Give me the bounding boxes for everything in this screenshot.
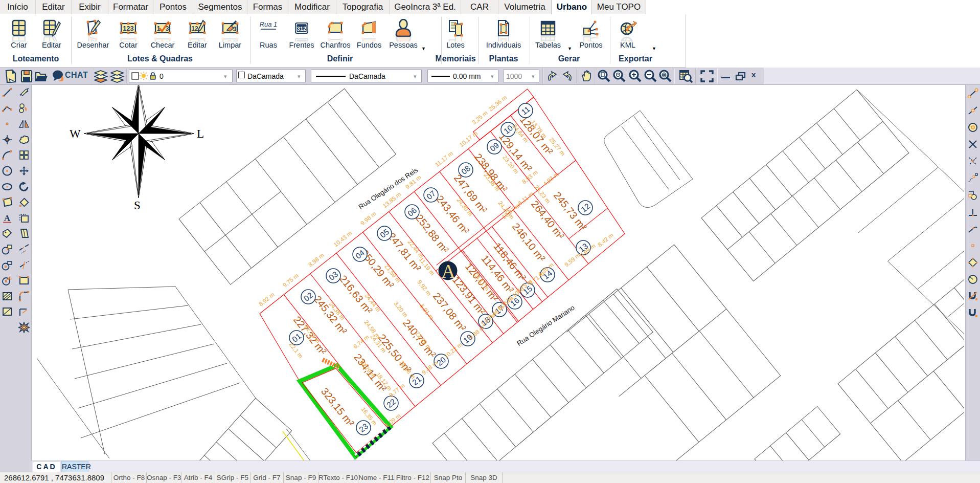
svg-text:Rua Olegário Mariano: Rua Olegário Mariano [515,304,576,347]
svg-text:237,08 m²: 237,08 m² [431,291,468,334]
svg-text:8,98 m: 8,98 m [307,252,325,268]
svg-text:S: S [134,199,141,212]
svg-text:6,91 m: 6,91 m [419,303,435,321]
svg-text:L: L [197,127,204,140]
svg-text:4,93 m: 4,93 m [542,171,560,187]
svg-text:10,17 m: 10,17 m [458,130,478,148]
svg-text:3,25 m: 3,25 m [471,109,489,125]
svg-text:10,43 m: 10,43 m [332,230,353,248]
svg-text:9,48 m: 9,48 m [421,360,439,376]
svg-text:312: 312 [297,26,306,32]
svg-text:A: A [4,213,11,223]
svg-text:8,42 m: 8,42 m [597,232,614,248]
svg-text:A: A [441,260,455,282]
svg-text:123: 123 [123,25,134,32]
svg-text:3: 3 [233,26,237,33]
svg-text:25,36 m: 25,36 m [487,94,508,112]
svg-text:9,98 m: 9,98 m [359,210,377,226]
svg-text:W: W [70,127,81,140]
svg-text:10,22 m: 10,22 m [443,341,463,359]
svg-text:11,17 m: 11,17 m [434,150,454,168]
svg-text:9,75 m: 9,75 m [282,272,300,288]
svg-text:8,92 m: 8,92 m [258,291,276,307]
svg-text:9,92 m: 9,92 m [417,279,432,297]
svg-text:323,15 m²: 323,15 m² [319,386,356,429]
svg-text:12: 12 [191,25,198,32]
svg-text:3,20 m: 3,20 m [393,300,409,318]
svg-text:6,74 m: 6,74 m [352,334,370,349]
svg-text:243,46 m²: 243,46 m² [434,193,471,237]
svg-text:Rua 1: Rua 1 [260,20,278,28]
svg-text:246,10 m²: 246,10 m² [510,221,548,265]
